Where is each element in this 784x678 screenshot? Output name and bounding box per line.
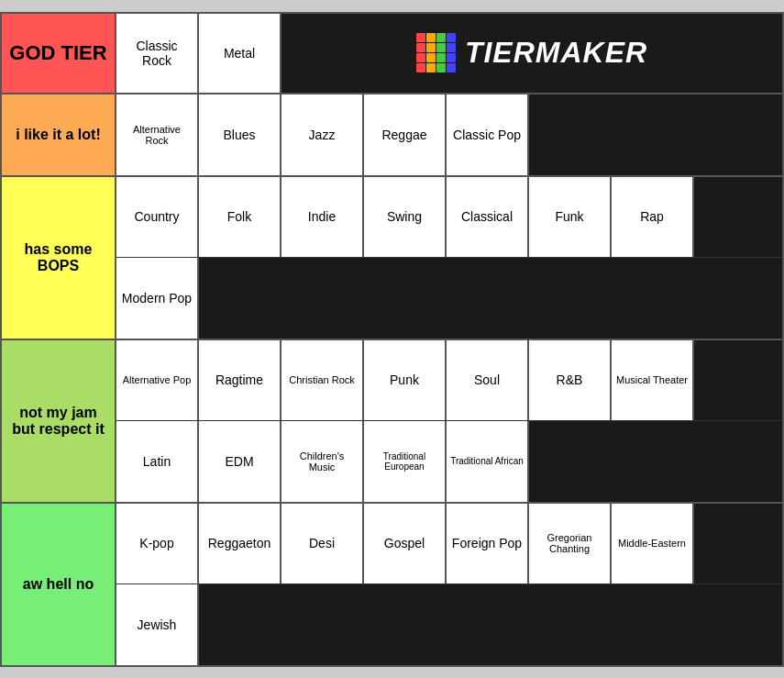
row-fill: [199, 258, 782, 339]
god-tier-row: GOD TIER Classic Rock Metal TiERMAKER: [2, 14, 782, 94]
tier-label-awhellno: aw hell no: [2, 504, 116, 665]
sub-row: K-popReggaetonDesiGospelForeign PopGrego…: [116, 504, 782, 584]
tier-label-i-like: i like it a lot!: [2, 94, 116, 175]
tier-rows: Alternative RockBluesJazzReggaeClassic P…: [116, 94, 782, 175]
logo-dot: [416, 43, 425, 52]
tier-cell: Punk: [364, 340, 447, 420]
tier-label-bops: has some BOPS: [2, 177, 116, 339]
tier-aw-hell-no: aw hell no K-popReggaetonDesiGospelForei…: [2, 504, 782, 665]
tier-cell: Musical Theater: [612, 340, 694, 420]
logo-dot: [426, 53, 436, 62]
tier-cell: Ragtime: [199, 340, 282, 420]
logo-dot: [447, 33, 456, 42]
logo-grid-icon: [416, 33, 456, 72]
tier-cell: K-pop: [116, 504, 199, 584]
logo-dot: [447, 63, 456, 72]
sub-row: LatinEDMChildren's MusicTraditional Euro…: [116, 421, 782, 502]
tier-cell: Jewish: [116, 584, 199, 665]
sub-row: Jewish: [116, 584, 782, 665]
logo-dot: [447, 53, 456, 62]
sub-row: Modern Pop: [116, 258, 782, 339]
logo-dot: [436, 53, 446, 62]
tier-has-bops: has some BOPS CountryFolkIndieSwingClass…: [2, 177, 782, 340]
row-fill: [694, 504, 782, 584]
tier-cell: Traditional European: [364, 421, 447, 502]
tier-cell: Metal: [199, 14, 282, 93]
logo-dot: [436, 33, 446, 42]
logo-dot: [426, 33, 436, 42]
sub-row: Alternative RockBluesJazzReggaeClassic P…: [116, 94, 782, 175]
tier-cell: Country: [116, 177, 199, 257]
tier-label-text: has some BOPS: [9, 241, 107, 274]
tier-cell: Latin: [116, 421, 199, 502]
tier-label-text: i like it a lot!: [16, 127, 100, 143]
logo-dot: [426, 43, 436, 52]
logo-dot: [447, 43, 456, 52]
tier-cell: Classic Pop: [447, 94, 529, 175]
tier-cell: Blues: [199, 94, 282, 175]
tier-not-my-jam: not my jam but respect it Alternative Po…: [2, 340, 782, 504]
logo-label: TiERMAKER: [465, 36, 647, 70]
tier-label-notmyjam: not my jam but respect it: [2, 340, 116, 502]
tier-cell: Modern Pop: [116, 258, 199, 339]
tier-cell: Jazz: [282, 94, 364, 175]
tier-cell: Classical: [447, 177, 529, 257]
tier-cell: Reggae: [364, 94, 447, 175]
tier-label-text: aw hell no: [23, 576, 94, 593]
tier-rows: K-popReggaetonDesiGospelForeign PopGrego…: [116, 504, 782, 665]
row-fill: [529, 421, 782, 502]
sub-row: Alternative PopRagtimeChristian RockPunk…: [116, 340, 782, 421]
tier-cell: Indie: [282, 177, 364, 257]
tier-label-text: not my jam but respect it: [9, 405, 107, 438]
tier-cell: R&B: [529, 340, 612, 420]
god-tier-label: GOD TIER: [2, 14, 116, 93]
tier-rows: CountryFolkIndieSwingClassicalFunkRap Mo…: [116, 177, 782, 339]
tier-list: GOD TIER Classic Rock Metal TiERMAKER i …: [0, 12, 784, 667]
tier-cell: Reggaeton: [199, 504, 282, 584]
god-tier-items: Classic Rock Metal TiERMAKER: [116, 14, 782, 93]
tiermaker-logo: TiERMAKER: [282, 33, 782, 72]
tier-i-like-it: i like it a lot! Alternative RockBluesJa…: [2, 94, 782, 177]
tier-cell: Alternative Rock: [116, 94, 199, 175]
tier-cell: Gospel: [364, 504, 447, 584]
tier-cell: EDM: [199, 421, 282, 502]
logo-dot: [416, 63, 425, 72]
tier-cell: Middle-Eastern: [612, 504, 694, 584]
tier-cell: Soul: [447, 340, 529, 420]
logo-dot: [426, 63, 436, 72]
tier-cell: Desi: [282, 504, 364, 584]
tier-cell: Gregorian Chanting: [529, 504, 612, 584]
tier-cell: Alternative Pop: [116, 340, 199, 420]
tier-rows: Alternative PopRagtimeChristian RockPunk…: [116, 340, 782, 502]
tier-cell: Christian Rock: [282, 340, 364, 420]
logo-dot: [416, 33, 425, 42]
sub-row: CountryFolkIndieSwingClassicalFunkRap: [116, 177, 782, 258]
logo-dot: [436, 63, 446, 72]
tier-cell: Traditional African: [447, 421, 529, 502]
row-fill: [694, 177, 782, 257]
tier-cell: Folk: [199, 177, 282, 257]
tier-cell: Foreign Pop: [447, 504, 529, 584]
tier-cell: Funk: [529, 177, 612, 257]
row-fill: [694, 340, 782, 420]
row-fill: [529, 94, 782, 175]
logo-dot: [436, 43, 446, 52]
tier-cell: Swing: [364, 177, 447, 257]
tier-cell: Classic Rock: [116, 14, 199, 93]
row-fill: [199, 584, 782, 665]
logo-text: TiERMAKER: [416, 33, 647, 72]
tier-cell: Rap: [612, 177, 694, 257]
tier-cell: Children's Music: [282, 421, 364, 502]
logo-dot: [416, 53, 425, 62]
